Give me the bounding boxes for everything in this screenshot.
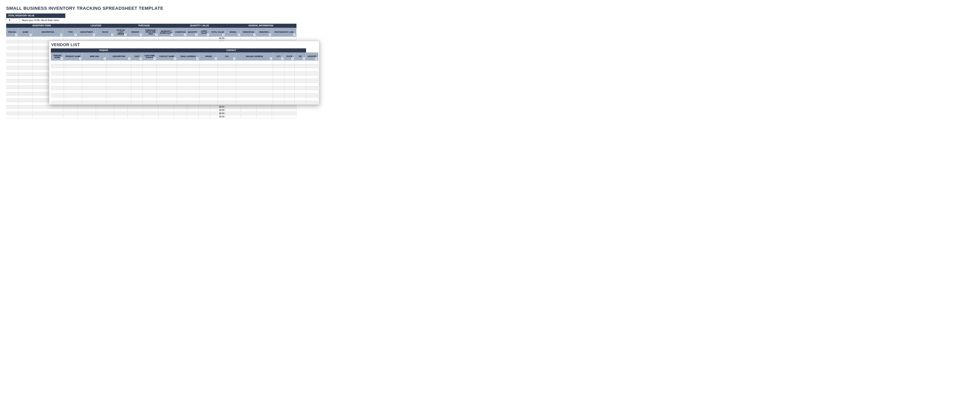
cell[interactable] xyxy=(6,66,18,69)
cell[interactable] xyxy=(157,86,177,90)
cell[interactable] xyxy=(143,112,158,115)
cell[interactable] xyxy=(18,102,33,105)
cell[interactable] xyxy=(236,79,273,83)
cell[interactable] xyxy=(115,37,127,40)
cell[interactable] xyxy=(294,79,306,83)
cell[interactable] xyxy=(131,75,143,79)
cell[interactable] xyxy=(143,37,158,40)
cell[interactable] xyxy=(294,94,306,97)
cell[interactable] xyxy=(51,79,64,83)
cell[interactable] xyxy=(294,75,306,79)
cell[interactable] xyxy=(131,97,143,101)
cell[interactable] xyxy=(199,101,218,105)
cell[interactable] xyxy=(131,60,143,64)
cell[interactable] xyxy=(51,75,64,79)
cell[interactable] xyxy=(33,37,63,40)
cell[interactable] xyxy=(218,86,236,90)
column-header[interactable]: MAILING ADDRESS xyxy=(236,53,273,60)
cell[interactable] xyxy=(174,105,187,108)
cell[interactable] xyxy=(78,115,96,118)
cell[interactable] xyxy=(306,101,318,105)
column-header[interactable]: VENDOR NO. xyxy=(241,28,256,37)
cell[interactable] xyxy=(82,79,107,83)
filter-dropdown-icon[interactable] xyxy=(269,33,271,36)
cell[interactable] xyxy=(51,97,64,101)
cell[interactable] xyxy=(131,68,143,72)
cell[interactable] xyxy=(143,86,157,90)
cell[interactable] xyxy=(6,43,18,46)
cell[interactable] xyxy=(218,72,236,75)
cell[interactable] xyxy=(78,105,96,108)
cell[interactable] xyxy=(157,64,177,68)
cell[interactable] xyxy=(64,83,82,86)
column-header[interactable]: PURCHASE PRICE PER ITEM xyxy=(143,28,158,37)
cell[interactable] xyxy=(107,86,131,90)
filter-dropdown-icon[interactable] xyxy=(291,57,294,60)
cell[interactable] xyxy=(18,56,33,60)
cell[interactable] xyxy=(18,37,33,40)
cell[interactable] xyxy=(187,108,199,112)
cell[interactable] xyxy=(273,72,285,75)
cell[interactable] xyxy=(218,68,236,72)
cell[interactable] xyxy=(306,79,318,83)
cell[interactable] xyxy=(306,68,318,72)
cell[interactable] xyxy=(96,115,115,118)
cell[interactable] xyxy=(306,94,318,97)
cell[interactable] xyxy=(18,53,33,56)
cell[interactable] xyxy=(18,108,33,112)
cell[interactable] xyxy=(236,101,273,105)
filter-dropdown-icon[interactable] xyxy=(215,57,217,60)
cell[interactable] xyxy=(158,112,174,115)
cell[interactable] xyxy=(143,60,157,64)
cell[interactable] xyxy=(143,72,157,75)
cell[interactable] xyxy=(225,105,241,108)
filter-dropdown-icon[interactable] xyxy=(60,33,63,36)
cell[interactable] xyxy=(18,89,33,92)
filter-dropdown-icon[interactable] xyxy=(155,33,158,36)
cell[interactable] xyxy=(78,108,96,112)
cell[interactable] xyxy=(82,97,107,101)
cell[interactable] xyxy=(218,64,236,68)
cell[interactable] xyxy=(177,94,199,97)
cell[interactable] xyxy=(107,97,131,101)
column-header[interactable]: DATE OF LAST ORDER xyxy=(115,28,127,37)
cell[interactable] xyxy=(64,60,82,64)
cell[interactable] xyxy=(107,101,131,105)
filter-dropdown-icon[interactable] xyxy=(253,33,256,36)
cell[interactable] xyxy=(177,72,199,75)
cell[interactable] xyxy=(256,37,272,40)
cell[interactable] xyxy=(236,90,273,94)
filter-dropdown-icon[interactable] xyxy=(103,57,106,60)
cell[interactable] xyxy=(187,105,199,108)
cell[interactable] xyxy=(82,60,107,64)
column-header[interactable]: FAX xyxy=(218,53,236,60)
cell[interactable] xyxy=(6,53,18,56)
cell[interactable] xyxy=(294,90,306,94)
column-header[interactable]: LEAD TIME IN DAYS xyxy=(143,53,157,60)
filter-dropdown-icon[interactable] xyxy=(207,33,209,36)
cell[interactable] xyxy=(33,108,63,112)
cell[interactable] xyxy=(306,83,318,86)
cell[interactable] xyxy=(236,83,273,86)
cell[interactable] xyxy=(306,90,318,94)
cell[interactable] xyxy=(174,115,187,118)
cell[interactable] xyxy=(6,108,18,112)
cell[interactable] xyxy=(18,79,33,83)
cell[interactable]: $0.00 xyxy=(210,108,225,112)
filter-dropdown-icon[interactable] xyxy=(233,57,235,60)
column-header[interactable]: WARRANTY EXPIRY DATE xyxy=(158,28,174,37)
filter-dropdown-icon[interactable] xyxy=(173,57,177,60)
cell[interactable] xyxy=(127,105,143,108)
cell[interactable] xyxy=(64,90,82,94)
filter-dropdown-icon[interactable] xyxy=(195,33,198,36)
filter-dropdown-icon[interactable] xyxy=(269,57,272,60)
column-header[interactable]: TOTAL VALUE xyxy=(210,28,225,37)
cell[interactable] xyxy=(273,83,285,86)
cell[interactable] xyxy=(18,60,33,63)
filter-dropdown-icon[interactable] xyxy=(153,57,156,60)
column-header[interactable]: ASSET VALUE xyxy=(199,28,210,37)
cell[interactable] xyxy=(64,86,82,90)
cell[interactable] xyxy=(96,37,115,40)
cell[interactable] xyxy=(78,37,96,40)
cell[interactable] xyxy=(143,75,157,79)
